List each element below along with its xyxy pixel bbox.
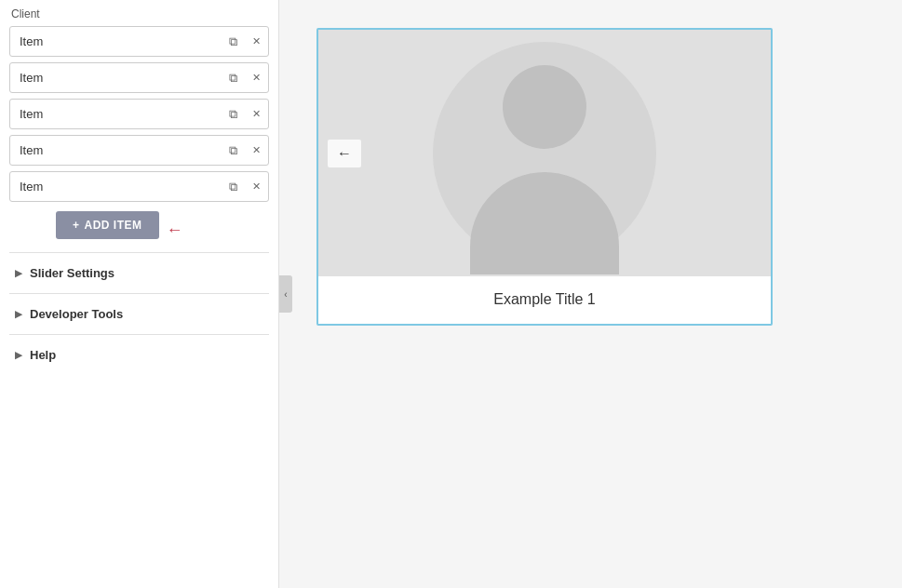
item-input-2[interactable] bbox=[10, 63, 222, 92]
item-copy-button-5[interactable]: ⧉ bbox=[222, 174, 245, 200]
copy-icon: ⧉ bbox=[229, 143, 237, 158]
item-close-button-5[interactable]: ✕ bbox=[245, 175, 268, 198]
item-row-5: ⧉✕ bbox=[9, 171, 269, 202]
item-close-button-2[interactable]: ✕ bbox=[245, 66, 268, 89]
accordion-header-slider-settings[interactable]: ▶Slider Settings bbox=[9, 253, 269, 293]
chevron-right-icon: ▶ bbox=[15, 268, 22, 278]
avatar-head-circle bbox=[503, 65, 586, 149]
collapse-icon: ‹ bbox=[284, 289, 287, 300]
item-copy-button-4[interactable]: ⧉ bbox=[222, 138, 245, 164]
accordion-container: ▶Slider Settings▶Developer Tools▶Help bbox=[9, 252, 269, 375]
item-row-4: ⧉✕ bbox=[9, 135, 269, 166]
accordion-section-help: ▶Help bbox=[9, 334, 269, 375]
item-copy-button-2[interactable]: ⧉ bbox=[222, 65, 245, 91]
close-icon: ✕ bbox=[252, 180, 261, 193]
left-arrow-icon: ← bbox=[337, 145, 352, 161]
copy-icon: ⧉ bbox=[229, 107, 237, 122]
accordion-label-slider-settings: Slider Settings bbox=[30, 266, 114, 280]
accordion-header-help[interactable]: ▶Help bbox=[9, 335, 269, 375]
copy-icon: ⧉ bbox=[229, 180, 237, 194]
preview-card: ← Example Title 1 bbox=[316, 28, 773, 326]
close-icon: ✕ bbox=[252, 72, 261, 84]
item-copy-button-3[interactable]: ⧉ bbox=[222, 101, 245, 127]
item-input-1[interactable] bbox=[10, 27, 222, 56]
close-icon: ✕ bbox=[252, 144, 261, 156]
item-input-4[interactable] bbox=[10, 136, 222, 165]
preview-image-area: ← bbox=[318, 30, 771, 276]
item-copy-button-1[interactable]: ⧉ bbox=[222, 29, 245, 55]
chevron-right-icon: ▶ bbox=[15, 309, 22, 319]
left-panel: Client ⧉✕⧉✕⧉✕⧉✕⧉✕ + ADD ITEM ← ▶Slider S… bbox=[0, 0, 279, 588]
item-close-button-4[interactable]: ✕ bbox=[245, 139, 268, 162]
add-item-row: + ADD ITEM ← bbox=[9, 207, 269, 252]
avatar-graphic bbox=[405, 33, 684, 274]
close-icon: ✕ bbox=[252, 108, 261, 120]
arrow-indicator-icon: ← bbox=[167, 221, 183, 238]
preview-card-title: Example Title 1 bbox=[318, 276, 771, 323]
item-row-1: ⧉✕ bbox=[9, 26, 269, 57]
accordion-label-help: Help bbox=[30, 348, 56, 362]
chevron-right-icon: ▶ bbox=[15, 350, 22, 360]
item-input-3[interactable] bbox=[10, 100, 222, 128]
copy-icon: ⧉ bbox=[229, 34, 237, 49]
add-item-label: ADD ITEM bbox=[85, 219, 142, 232]
accordion-section-developer-tools: ▶Developer Tools bbox=[9, 293, 269, 334]
collapse-panel-tab[interactable]: ‹ bbox=[279, 275, 292, 313]
section-label: Client bbox=[9, 7, 269, 20]
item-close-button-3[interactable]: ✕ bbox=[245, 102, 268, 126]
accordion-section-slider-settings: ▶Slider Settings bbox=[9, 252, 269, 293]
item-row-3: ⧉✕ bbox=[9, 99, 269, 129]
items-container: ⧉✕⧉✕⧉✕⧉✕⧉✕ bbox=[9, 26, 269, 207]
item-row-2: ⧉✕ bbox=[9, 62, 269, 93]
copy-icon: ⧉ bbox=[229, 71, 237, 86]
preview-left-arrow-button[interactable]: ← bbox=[328, 140, 361, 167]
accordion-header-developer-tools[interactable]: ▶Developer Tools bbox=[9, 294, 269, 334]
item-input-5[interactable] bbox=[10, 172, 222, 201]
accordion-label-developer-tools: Developer Tools bbox=[30, 307, 123, 321]
item-close-button-1[interactable]: ✕ bbox=[245, 30, 268, 53]
close-icon: ✕ bbox=[252, 35, 261, 47]
add-item-button[interactable]: + ADD ITEM bbox=[56, 211, 159, 239]
right-panel: ‹ ← Example Title 1 bbox=[279, 0, 902, 588]
plus-icon: + bbox=[73, 219, 80, 232]
